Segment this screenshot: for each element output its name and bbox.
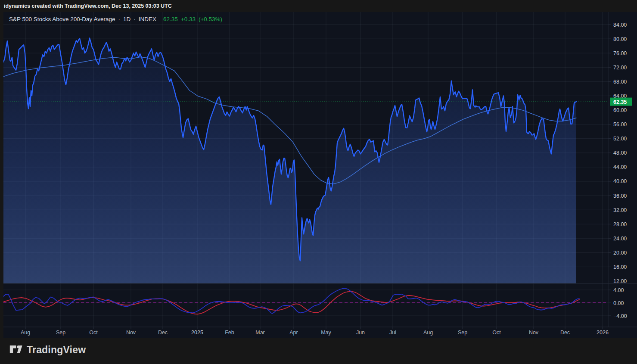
svg-text:12.00: 12.00: [613, 278, 627, 284]
exchange-label: INDEX: [139, 16, 156, 22]
svg-text:60.00: 60.00: [613, 107, 627, 113]
svg-text:Aug: Aug: [423, 330, 433, 336]
last-value: 62.35: [163, 16, 178, 22]
svg-text:62.35: 62.35: [613, 99, 627, 105]
svg-text:Mar: Mar: [255, 330, 265, 336]
svg-text:0.00: 0.00: [613, 300, 624, 306]
svg-text:20.00: 20.00: [613, 250, 627, 256]
change-value: +0.33: [181, 16, 196, 22]
svg-text:Jul: Jul: [389, 330, 396, 336]
svg-text:Jun: Jun: [356, 330, 365, 336]
interval-label[interactable]: 1D: [123, 16, 131, 22]
tradingview-logo-text: TradingView: [27, 344, 86, 356]
svg-text:28.00: 28.00: [613, 221, 627, 227]
chart-widget[interactable]: S&P 500 Stocks Above 200-Day Average · 1…: [3, 12, 637, 338]
svg-text:32.00: 32.00: [613, 207, 627, 213]
symbol-title[interactable]: S&P 500 Stocks Above 200-Day Average: [9, 16, 115, 22]
svg-text:Nov: Nov: [126, 330, 136, 336]
svg-text:84.00: 84.00: [613, 22, 627, 28]
tradingview-logo-icon: [9, 344, 22, 356]
attribution-bar: idynamics created with TradingView.com, …: [0, 0, 637, 12]
svg-text:56.00: 56.00: [613, 121, 627, 128]
time-axis[interactable]: AugSepOctNovDec2025FebMarAprMayJunJulAug…: [21, 327, 609, 336]
svg-text:2025: 2025: [191, 330, 203, 336]
svg-text:Aug: Aug: [21, 330, 30, 336]
svg-text:Sep: Sep: [56, 330, 65, 336]
main-series-area: [3, 38, 576, 283]
tradingview-logo[interactable]: TradingView: [9, 344, 86, 356]
svg-text:48.00: 48.00: [613, 150, 627, 156]
svg-text:Oct: Oct: [89, 330, 98, 336]
svg-text:72.00: 72.00: [613, 65, 627, 71]
svg-text:44.00: 44.00: [613, 164, 627, 170]
svg-text:40.00: 40.00: [613, 178, 627, 184]
change-percent: (+0.53%): [199, 16, 222, 22]
price-axis[interactable]: 84.0080.0076.0072.0068.0064.0060.0056.00…: [608, 22, 627, 319]
last-price-badge: 62.35: [610, 98, 632, 106]
svg-text:16.00: 16.00: [613, 264, 627, 270]
svg-text:Nov: Nov: [529, 330, 539, 336]
svg-text:Dec: Dec: [158, 330, 168, 336]
svg-text:4.00: 4.00: [613, 287, 624, 293]
svg-text:52.00: 52.00: [613, 136, 627, 142]
svg-text:Feb: Feb: [225, 330, 234, 336]
svg-text:May: May: [321, 330, 331, 336]
svg-text:24.00: 24.00: [613, 236, 627, 242]
chart-legend[interactable]: S&P 500 Stocks Above 200-Day Average · 1…: [9, 15, 222, 23]
footer-bar: TradingView: [0, 338, 637, 364]
svg-text:Dec: Dec: [560, 330, 570, 336]
chart-canvas[interactable]: 84.0080.0076.0072.0068.0064.0060.0056.00…: [3, 12, 637, 338]
svg-text:Apr: Apr: [289, 330, 298, 336]
svg-text:36.00: 36.00: [613, 193, 627, 199]
separator-dot: ·: [118, 16, 120, 22]
svg-text:2026: 2026: [597, 330, 609, 336]
svg-text:Oct: Oct: [492, 330, 501, 336]
svg-text:76.00: 76.00: [613, 50, 627, 56]
oscillator-fast-line: [3, 288, 579, 314]
svg-text:80.00: 80.00: [613, 36, 627, 42]
separator-dot: ·: [134, 16, 136, 22]
svg-text:−4.00: −4.00: [613, 313, 627, 319]
svg-text:68.00: 68.00: [613, 79, 627, 85]
attribution-text: idynamics created with TradingView.com, …: [4, 3, 172, 9]
svg-text:Sep: Sep: [458, 330, 467, 336]
